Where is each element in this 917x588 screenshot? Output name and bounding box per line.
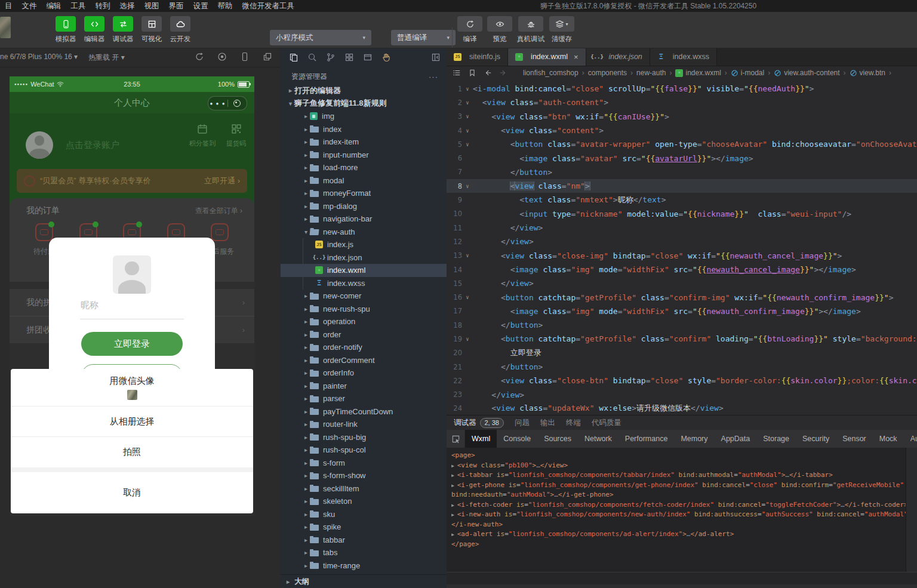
tree-item-new-comer[interactable]: ▸new-comer [281, 290, 447, 303]
breadcrumb-item-i-modal[interactable]: i-modal [731, 69, 764, 77]
devtools-tab-Storage[interactable]: Storage [756, 430, 796, 448]
menu-item-工具[interactable]: 工具 [66, 0, 91, 12]
menu-item-转到[interactable]: 转到 [91, 0, 115, 12]
git-button[interactable] [326, 53, 336, 62]
fold-icon[interactable]: ∨ [462, 336, 473, 342]
tab-index.wxss[interactable]: Ξindex.wxss [650, 48, 717, 66]
debugger-tab-代码质量[interactable]: 代码质量 [592, 418, 621, 428]
tree-section-狮子鱼修复前端11.8新规则[interactable]: ▾狮子鱼修复前端11.8新规则 [281, 97, 447, 110]
fold-icon[interactable]: ∨ [462, 294, 473, 300]
use-wechat-avatar-option[interactable]: 用微信头像 [11, 369, 253, 407]
close-icon[interactable]: × [574, 53, 578, 61]
devtools-tab-Performance[interactable]: Performance [618, 430, 675, 448]
fold-icon[interactable]: ∨ [462, 113, 473, 119]
devtools-tab-Sensor[interactable]: Sensor [836, 430, 873, 448]
scrollbar[interactable] [906, 448, 917, 572]
tree-item-index.json[interactable]: {..}index.json [281, 251, 447, 264]
mode-select[interactable]: 小程序模式 ▾ [270, 30, 371, 45]
wxml-tree-line[interactable]: ▶ <i-get-phone is="lionfish_comshop/comp… [451, 481, 917, 491]
devtools-tab-Console[interactable]: Console [497, 430, 537, 448]
nickname-input[interactable]: 昵称 [81, 300, 99, 311]
outline-section[interactable]: ▸ 大纲 [281, 574, 447, 588]
debugger-tab-问题[interactable]: 问题 [515, 418, 530, 428]
list-icon[interactable] [453, 69, 461, 77]
rotate-button[interactable] [195, 52, 204, 61]
take-photo-option[interactable]: 拍照 [11, 437, 253, 467]
tree-item-order-notify[interactable]: ▸order-notify [281, 341, 447, 354]
breadcrumb-item-lionfish_comshop[interactable]: lionfish_comshop [523, 69, 578, 77]
fold-icon[interactable]: ∨ [462, 253, 473, 258]
tree-item-new-rush-spu[interactable]: ▸new-rush-spu [281, 303, 447, 316]
tree-item-painter[interactable]: ▸painter [281, 380, 447, 393]
tree-item-sku[interactable]: ▸sku [281, 508, 447, 521]
record-button[interactable] [217, 52, 227, 61]
tree-item-s-form-show[interactable]: ▸s-form-show [281, 469, 447, 482]
menu-item-选择[interactable]: 选择 [115, 0, 140, 12]
more-icon[interactable]: ··· [429, 72, 438, 81]
debugger-tab-终端[interactable]: 终端 [566, 418, 581, 428]
tree-item-index.wxss[interactable]: Ξindex.wxss [281, 277, 447, 290]
tree-item-router-link[interactable]: ▸router-link [281, 418, 447, 431]
view-all-orders-link[interactable]: 查看全部订单 › [195, 206, 242, 216]
wxml-tree-line[interactable]: </page> [451, 540, 917, 550]
tree-item-time-range[interactable]: ▸time-range [281, 559, 447, 572]
user-avatar[interactable] [0, 17, 11, 38]
wxml-tree-line[interactable]: <page> [451, 451, 917, 461]
action-button-编译[interactable]: 编译 [457, 16, 482, 44]
tree-item-tabs[interactable]: ▸tabs [281, 546, 447, 559]
tree-item-input-number[interactable]: ▸input-number [281, 149, 447, 162]
compile-select[interactable]: 普通编译 ▾ [391, 30, 456, 45]
debugger-tab-调试器[interactable]: 调试器2, 38 [454, 418, 504, 428]
menu-item-视图[interactable]: 视图 [140, 0, 164, 12]
tree-item-index.wxml[interactable]: ◦index.wxml [281, 264, 447, 277]
tree-item-payTimeCountDown[interactable]: ▸payTimeCountDown [281, 405, 447, 418]
tree-item-order[interactable]: ▸order [281, 328, 447, 341]
tree-item-s-form[interactable]: ▸s-form [281, 457, 447, 470]
tab-index.json[interactable]: {..}index.json [586, 48, 650, 66]
toolbar-button-模拟器[interactable]: 模拟器 [54, 16, 78, 44]
wxml-tree[interactable]: <page>▶ <view class="pb100">…</view>▶ <i… [447, 448, 917, 575]
toolbar-button-可视化[interactable]: 可视化 [140, 16, 164, 44]
choose-from-album-option[interactable]: 从相册选择 [11, 407, 253, 437]
code-editor[interactable]: 1∨<i-modal bind:cancel="close" scrollUp=… [447, 80, 917, 417]
wxml-tree-line[interactable]: ▶ <i-tabbar is="lionfish_comshop/compone… [451, 471, 917, 481]
fold-icon[interactable]: ∨ [462, 100, 473, 106]
extensions-button[interactable] [344, 53, 354, 62]
files-button[interactable] [289, 53, 299, 62]
tree-item-skeleton[interactable]: ▸skeleton [281, 495, 447, 508]
tree-item-index.js[interactable]: JSindex.js [281, 238, 447, 251]
capsule-menu[interactable]: ● ● ● [208, 96, 247, 110]
toolbar-button-编辑器[interactable]: 编辑器 [82, 16, 106, 44]
fold-icon[interactable]: ∨ [462, 128, 473, 134]
member-banner[interactable]: “贝盟会员” 尊享特权·会员专享价 立即开通 › [17, 169, 247, 193]
breadcrumb-item-components[interactable]: components [588, 69, 627, 77]
breadcrumb-item-new-auth[interactable]: new-auth [636, 69, 666, 77]
collapse-sidebar-button[interactable] [431, 53, 441, 62]
fold-icon[interactable]: ∨ [462, 183, 473, 189]
login-button[interactable]: 立即登录 [81, 332, 183, 356]
windows-button[interactable] [263, 52, 272, 61]
tree-item-img[interactable]: ▸▦img [281, 110, 447, 123]
tree-item-operation[interactable]: ▸operation [281, 315, 447, 328]
tree-item-navigation-bar[interactable]: ▸navigation-bar [281, 213, 447, 226]
login-prompt[interactable]: 点击登录账户 [66, 140, 119, 151]
tree-item-orderComment[interactable]: ▸orderComment [281, 354, 447, 367]
debugger-tab-输出[interactable]: 输出 [540, 418, 555, 428]
avatar[interactable] [26, 131, 53, 159]
action-button-真机调试[interactable]: 真机调试 [517, 16, 544, 44]
tree-item-spike[interactable]: ▸spike [281, 521, 447, 534]
action-button-预览[interactable]: 预览 [487, 16, 512, 44]
action-button-清缓存[interactable]: ▾清缓存 [549, 16, 574, 44]
arrow-left-icon[interactable] [484, 69, 492, 77]
devtools-tab-Memory[interactable]: Memory [674, 430, 714, 448]
wxml-tree-line[interactable]: ▶ <ad-alert is="lionfish_comshop/compone… [451, 530, 917, 540]
devtools-tab-Wxml[interactable]: Wxml [465, 430, 497, 448]
menu-item-文件[interactable]: 文件 [17, 0, 42, 12]
tree-item-new-auth[interactable]: ▾new-auth [281, 226, 447, 239]
menu-item-界面[interactable]: 界面 [164, 0, 189, 12]
tree-item-load-more[interactable]: ▸load-more [281, 161, 447, 174]
tree-item-index-item[interactable]: ▸index-item [281, 136, 447, 149]
more-icon[interactable]: ● ● ● [208, 101, 227, 106]
tab-siteinfo.js[interactable]: JSsiteinfo.js [447, 48, 508, 66]
menu-item-目[interactable]: 目 [0, 0, 17, 12]
